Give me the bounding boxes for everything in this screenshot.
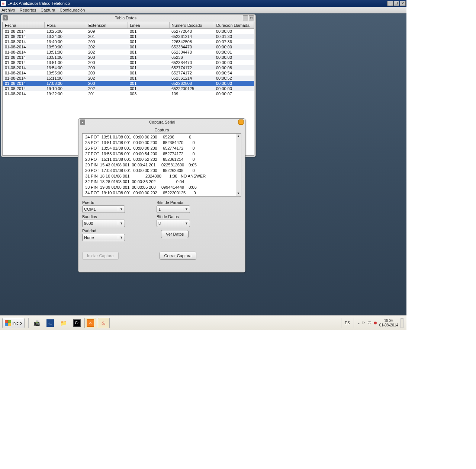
- table-row[interactable]: 01-08-201415:11:0020200165236121400:00:5…: [3, 76, 254, 81]
- clock[interactable]: 19:36 01-08-2014: [379, 319, 398, 328]
- iniciar-captura-button[interactable]: Iniciar Captura: [82, 252, 119, 260]
- captura-minimize-button[interactable]: _: [238, 119, 244, 125]
- taskbar-powershell-icon[interactable]: ›_: [44, 318, 56, 328]
- paridad-select[interactable]: None▼: [82, 234, 125, 241]
- table-row[interactable]: 01-08-201413:50:0020200165238447000:00:0…: [3, 44, 254, 50]
- taskbar-folder-icon[interactable]: 📁: [58, 318, 70, 328]
- app-titlebar[interactable]: ♨ LPBX Analizador tráfico Telefónico _ ❐…: [0, 0, 406, 7]
- captura-log[interactable]: 24 POT 13:51 01/08 001 00:00:00 200 6523…: [82, 133, 241, 197]
- col-extension[interactable]: Extension: [86, 22, 128, 29]
- control-menu-icon[interactable]: ▾: [80, 119, 85, 125]
- start-button[interactable]: Inicio: [2, 318, 25, 328]
- bits-parada-select[interactable]: 1▼: [157, 205, 190, 213]
- chevron-down-icon: ▼: [118, 236, 123, 239]
- table-row[interactable]: 01-08-201413:55:0020000165277417200:00:5…: [3, 70, 254, 76]
- table-row[interactable]: 01-08-201413:51:0020000165238447000:00:0…: [3, 60, 254, 65]
- app-title: LPBX Analizador tráfico Telefónico: [7, 1, 70, 6]
- window-captura-serial[interactable]: ▾ Captura Serial _ Captura 24 POT 13:51 …: [78, 118, 245, 272]
- table-row[interactable]: 01-08-201413:40:0020000122634250800:07:3…: [3, 39, 254, 44]
- tray-flag-icon[interactable]: 🏳: [362, 321, 366, 325]
- minimize-button[interactable]: _: [387, 1, 393, 6]
- col-linea[interactable]: Linea: [128, 22, 169, 29]
- menu-captura[interactable]: Captura: [41, 8, 55, 12]
- data-table[interactable]: Fecha Hora Extension Linea Numero Discad…: [3, 22, 254, 96]
- ver-datos-button[interactable]: Ver Datos: [161, 230, 189, 238]
- chevron-down-icon: ▼: [118, 221, 123, 225]
- baudios-label: Baudios: [82, 214, 149, 219]
- control-menu-icon[interactable]: ▾: [3, 15, 8, 20]
- tabla-minimize-button[interactable]: _: [243, 15, 248, 20]
- captura-label: Captura: [82, 128, 241, 132]
- bit-datos-select[interactable]: 8▼: [157, 220, 190, 227]
- scrollbar[interactable]: [236, 134, 241, 196]
- captura-title: Captura Serial: [87, 120, 238, 124]
- bits-parada-label: Bits de Parada: [157, 200, 223, 205]
- close-button[interactable]: ✕: [400, 1, 406, 6]
- table-row[interactable]: 01-08-201413:25:0020900165277204000:00:0…: [3, 29, 254, 34]
- table-row[interactable]: 01-08-201417:08:0020000165226280800:00:0…: [3, 81, 254, 86]
- table-row[interactable]: 01-08-201419:10:00202001652220012500:00:…: [3, 86, 254, 91]
- col-duracion[interactable]: Duracion Llamada: [214, 22, 254, 29]
- language-indicator[interactable]: ES: [345, 321, 350, 325]
- col-hora[interactable]: Hora: [44, 22, 86, 29]
- desktop: ♨ LPBX Analizador tráfico Telefónico _ ❐…: [0, 0, 406, 330]
- table-row[interactable]: 01-08-201413:51:0020200165238447000:00:0…: [3, 50, 254, 55]
- java-icon: ♨: [1, 1, 6, 6]
- cerrar-captura-button[interactable]: Cerrar Captura: [160, 252, 196, 260]
- menu-config[interactable]: Configuración: [60, 8, 85, 12]
- col-numero[interactable]: Numero Discado: [169, 22, 214, 29]
- bit-datos-label: Bit de Datos: [157, 214, 223, 219]
- windows-icon: [5, 320, 11, 326]
- paridad-label: Paridad: [82, 229, 149, 233]
- puerto-select[interactable]: COM1▼: [82, 205, 125, 213]
- col-fecha[interactable]: Fecha: [3, 22, 44, 29]
- restore-button[interactable]: ❐: [393, 1, 399, 6]
- tray-chevron-icon[interactable]: ⬥: [358, 321, 360, 325]
- baudios-select[interactable]: 9600▼: [82, 220, 125, 227]
- taskbar: Inicio 📠 ›_ 📁 C: ✕ ♨ ES ⬥ 🏳 🛡 ⬣ 19:36 01…: [0, 315, 406, 330]
- chevron-down-icon: ▼: [183, 207, 188, 211]
- taskbar-explorer-icon[interactable]: 📠: [31, 318, 43, 328]
- table-row[interactable]: 01-08-201413:34:0020100165236121400:01:3…: [3, 34, 254, 39]
- mdi-area: ▾ Tabla Datos _ □ Fecha Hora Extension L…: [0, 13, 406, 315]
- tabla-titlebar[interactable]: ▾ Tabla Datos _ □: [1, 15, 255, 21]
- taskbar-java-icon[interactable]: ♨: [98, 318, 110, 328]
- chevron-down-icon: ▼: [118, 207, 123, 211]
- tray-shield-icon[interactable]: 🛡: [368, 321, 372, 325]
- tabla-maximize-button[interactable]: □: [249, 15, 254, 20]
- captura-titlebar[interactable]: ▾ Captura Serial _: [78, 119, 245, 125]
- menu-archivo[interactable]: Archivo: [1, 8, 15, 12]
- tray-network-icon[interactable]: ⬣: [374, 321, 377, 325]
- table-row[interactable]: 01-08-201419:22:0020100310900:00:07: [3, 91, 254, 96]
- show-desktop-button[interactable]: [401, 318, 403, 328]
- system-tray: ES ⬥ 🏳 🛡 ⬣ 19:36 01-08-2014: [340, 318, 407, 328]
- puerto-label: Puerto: [82, 200, 149, 205]
- captura-body: Captura 24 POT 13:51 01/08 001 00:00:00 …: [78, 125, 245, 262]
- taskbar-xampp-icon[interactable]: ✕: [84, 318, 96, 328]
- taskbar-cmd-icon[interactable]: C:: [71, 318, 83, 328]
- table-row[interactable]: 01-08-201413:54:0020000165277417200:00:0…: [3, 65, 254, 70]
- menubar: Archivo Reportes Captura Configuración: [0, 7, 406, 13]
- menu-reportes[interactable]: Reportes: [20, 8, 36, 12]
- tabla-title: Tabla Datos: [9, 16, 242, 20]
- chevron-down-icon: ▼: [183, 221, 188, 225]
- table-row[interactable]: 01-08-201413:51:002000016523600:00:00: [3, 55, 254, 60]
